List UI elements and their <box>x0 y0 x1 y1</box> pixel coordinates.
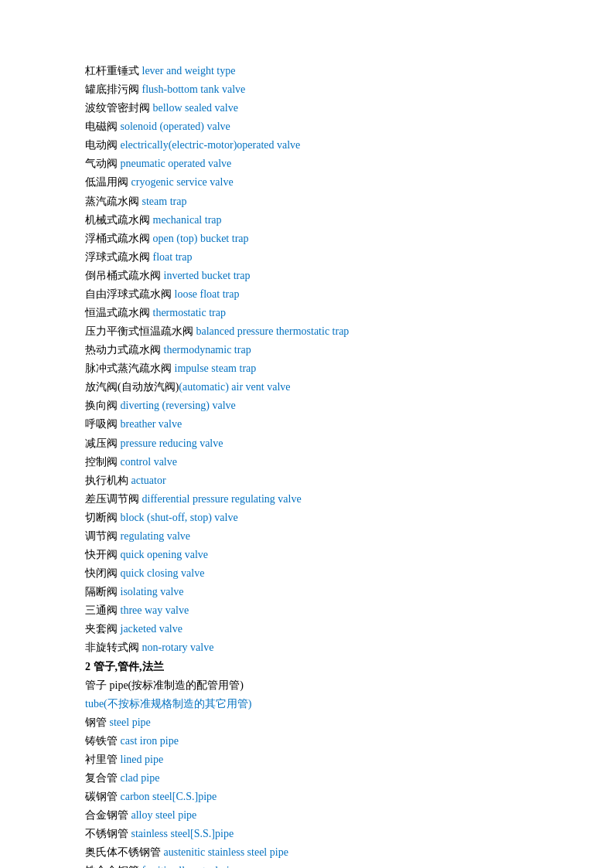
chinese-text: 非旋转式阀 <box>85 642 142 653</box>
chinese-text: 快闭阀 <box>85 567 121 579</box>
chinese-text: 铸铁管 <box>85 735 121 747</box>
list-item: 减压阀 pressure reducing valve <box>85 434 568 453</box>
list-item: 自由浮球式疏水阀 loose float trap <box>85 285 568 304</box>
chinese-text: 电动阀 <box>85 139 121 151</box>
list-item: 倒吊桶式疏水阀 inverted bucket trap <box>85 267 568 285</box>
english-text: pressure reducing valve <box>121 437 223 449</box>
chinese-text: 执行机构 <box>85 475 131 486</box>
english-text: quick opening valve <box>121 549 209 560</box>
list-item: 碳钢管 carbon steel[C.S.]pipe <box>85 788 568 806</box>
list-item: 复合管 clad pipe <box>85 769 568 788</box>
english-text: diverting (reversing) valve <box>121 400 236 411</box>
list-item: 机械式疏水阀 mechanical trap <box>85 211 568 230</box>
chinese-text: 浮桶式疏水阀 <box>85 233 153 244</box>
list-item: 快闭阀 quick closing valve <box>85 564 568 583</box>
english-text: austenitic stainless steel pipe <box>164 846 288 858</box>
list-item: 非旋转式阀 non-rotary valve <box>85 638 568 657</box>
chinese-text: 放汽阀(自动放汽阀) <box>85 381 179 393</box>
english-text: bellow sealed valve <box>153 102 238 114</box>
chinese-text: 罐底排污阀 <box>85 83 142 95</box>
chinese-text: 呼吸阀 <box>85 418 121 430</box>
chinese-text: 三通阀 <box>85 604 121 616</box>
list-item: 浮桶式疏水阀 open (top) bucket trap <box>85 230 568 248</box>
chinese-text: 切断阀 <box>85 512 121 523</box>
english-text: differential pressure regulating valve <box>142 493 302 505</box>
english-text: balanced pressure thermostatic trap <box>196 325 350 337</box>
list-item: 杠杆重锤式 lever and weight type <box>85 62 568 80</box>
list-item: 电磁阀 solenoid (operated) valve <box>85 117 568 136</box>
list-item: 切断阀 block (shut-off, stop) valve <box>85 509 568 527</box>
list-item: 电动阀 electrically(electric-motor)operated… <box>85 136 568 155</box>
list-item: 三通阀 three way valve <box>85 601 568 620</box>
english-text: stainless steel[S.S.]pipe <box>131 828 234 839</box>
chinese-text: 脉冲式蒸汽疏水阀 <box>85 363 175 374</box>
english-text: breather valve <box>121 418 182 430</box>
list-item: 衬里管 lined pipe <box>85 751 568 769</box>
english-text: solenoid (operated) valve <box>121 121 230 132</box>
chinese-text: 压力平衡式恒温疏水阀 <box>85 325 196 337</box>
chinese-text: 自由浮球式疏水阀 <box>85 288 175 300</box>
chinese-text: 快开阀 <box>85 549 121 560</box>
english-text: quick closing valve <box>121 567 205 579</box>
english-text: isolating valve <box>121 586 184 597</box>
chinese-text: 钢管 <box>85 717 110 728</box>
list-item: 快开阀 quick opening valve <box>85 546 568 564</box>
chinese-text: 合金钢管 <box>85 809 131 821</box>
chinese-text: 控制阀 <box>85 456 121 468</box>
english-text: impulse steam trap <box>175 363 257 374</box>
section-header: 2 管子,管件,法兰 <box>85 661 164 672</box>
line-text: 管子 pipe(按标准制造的配管用管) <box>85 679 244 691</box>
english-text: regulating valve <box>121 530 191 542</box>
list-item: 隔断阀 isolating valve <box>85 583 568 601</box>
tube-special-line: tube(不按标准规格制造的其它用管) <box>85 698 251 710</box>
list-item: 罐底排污阀 flush-bottom tank valve <box>85 80 568 99</box>
chinese-text: 杠杆重锤式 <box>85 65 142 77</box>
english-text: carbon steel[C.S.]pipe <box>121 791 217 802</box>
list-item: 波纹管密封阀 bellow sealed valve <box>85 99 568 117</box>
list-item: 恒温式疏水阀 thermostatic trap <box>85 304 568 322</box>
list-item: 2 管子,管件,法兰 <box>85 658 568 676</box>
english-text: control valve <box>121 456 177 468</box>
list-item: 呼吸阀 breather valve <box>85 415 568 434</box>
chinese-text: 调节阀 <box>85 530 121 542</box>
english-text: (automatic) air vent valve <box>179 381 290 393</box>
chinese-text: 电磁阀 <box>85 121 121 132</box>
english-text: steam trap <box>142 196 187 207</box>
english-text: alloy steel pipe <box>131 809 197 821</box>
chinese-text: 不锈钢管 <box>85 828 131 839</box>
english-text: lever and weight type <box>142 65 236 77</box>
list-item: 执行机构 actuator <box>85 471 568 490</box>
english-text: flush-bottom tank valve <box>142 83 246 95</box>
list-item: 管子 pipe(按标准制造的配管用管) <box>85 676 568 695</box>
english-text: lined pipe <box>121 754 164 765</box>
list-item: 脉冲式蒸汽疏水阀 impulse steam trap <box>85 359 568 378</box>
english-text: steel pipe <box>110 717 151 728</box>
english-text: thermostatic trap <box>153 307 226 318</box>
list-item: 铁合金钢管 ferritic alloy steel pipe <box>85 862 568 868</box>
list-item: 蒸汽疏水阀 steam trap <box>85 192 568 211</box>
list-item: 调节阀 regulating valve <box>85 527 568 546</box>
chinese-text: 热动力式疏水阀 <box>85 344 164 356</box>
english-text: loose float trap <box>175 288 240 300</box>
english-text: non-rotary valve <box>142 642 214 653</box>
english-text: mechanical trap <box>153 214 222 226</box>
chinese-text: 蒸汽疏水阀 <box>85 196 142 207</box>
list-item: 奥氏体不锈钢管 austenitic stainless steel pipe <box>85 843 568 862</box>
chinese-text: 差压调节阀 <box>85 493 142 505</box>
english-text: float trap <box>153 251 193 263</box>
chinese-text: 恒温式疏水阀 <box>85 307 153 318</box>
list-item: 气动阀 pneumatic operated valve <box>85 155 568 173</box>
chinese-text: 气动阀 <box>85 158 121 169</box>
english-text: open (top) bucket trap <box>153 233 249 244</box>
english-text: block (shut-off, stop) valve <box>121 512 238 523</box>
english-text: three way valve <box>121 604 189 616</box>
english-text: electrically(electric-motor)operated val… <box>121 139 301 151</box>
chinese-text: 铁合金钢管 <box>85 865 142 868</box>
list-item: tube(不按标准规格制造的其它用管) <box>85 695 568 713</box>
chinese-text: 碳钢管 <box>85 791 121 802</box>
list-item: 热动力式疏水阀 thermodynamic trap <box>85 341 568 359</box>
english-text: pneumatic operated valve <box>121 158 232 169</box>
chinese-text: 换向阀 <box>85 400 121 411</box>
list-item: 钢管 steel pipe <box>85 713 568 732</box>
english-text: jacketed valve <box>121 623 182 635</box>
